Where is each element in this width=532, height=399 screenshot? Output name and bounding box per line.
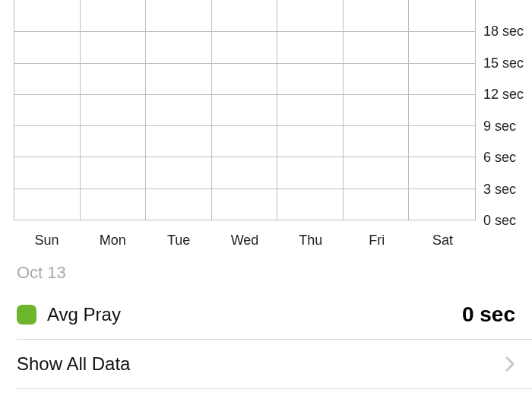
chart-grid (14, 0, 476, 220)
stats-panel: 18 sec 15 sec 12 sec 9 sec 6 sec 3 sec 0… (0, 0, 532, 399)
x-tick: Fri (344, 233, 410, 251)
y-tick: 9 sec (483, 119, 516, 133)
x-tick: Wed (212, 233, 278, 251)
x-axis: Sun Mon Tue Wed Thu Fri Sat (0, 228, 532, 251)
x-tick: Thu (277, 233, 344, 251)
show-all-label: Show All Data (17, 353, 505, 375)
chevron-right-icon (505, 356, 515, 372)
y-tick: 0 sec (483, 214, 516, 227)
y-tick: 3 sec (483, 182, 516, 196)
x-tick: Sun (14, 233, 80, 251)
x-tick: Tue (146, 233, 212, 251)
x-tick: Mon (80, 233, 146, 251)
y-tick: 15 sec (483, 56, 524, 70)
show-all-data-button[interactable]: Show All Data (0, 340, 532, 388)
legend-swatch (17, 305, 36, 325)
metric-value: 0 sec (462, 302, 515, 327)
y-tick: 6 sec (483, 150, 516, 164)
metric-label: Avg Pray (47, 304, 462, 325)
y-tick: 18 sec (483, 24, 524, 38)
x-tick: Sat (410, 233, 476, 251)
metric-row: Avg Pray 0 sec (0, 283, 532, 339)
y-tick: 12 sec (483, 87, 524, 101)
date-label: Oct 13 (0, 251, 532, 283)
y-axis: 18 sec 15 sec 12 sec 9 sec 6 sec 3 sec 0… (476, 0, 532, 220)
divider (17, 388, 532, 389)
chart-area: 18 sec 15 sec 12 sec 9 sec 6 sec 3 sec 0… (0, 0, 532, 228)
